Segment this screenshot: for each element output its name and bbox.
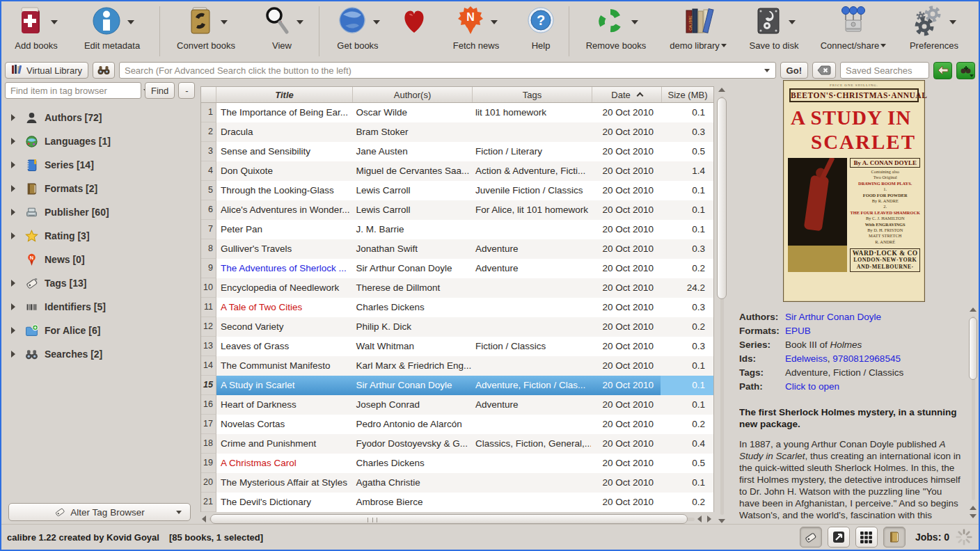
path-link[interactable]: Click to open (785, 380, 839, 394)
title-cell[interactable]: A Christmas Carol (216, 454, 352, 473)
row-number-cell[interactable]: 3 (201, 142, 216, 161)
table-row[interactable]: 12Second VarietyPhilip K. Dick20 Oct 201… (201, 317, 713, 337)
size-cell[interactable]: 0.1 (661, 473, 713, 493)
get-books-button[interactable]: Get books (323, 5, 393, 51)
tags-cell[interactable] (472, 298, 592, 317)
authors-cell[interactable]: Charles Dickens (352, 298, 472, 317)
toggle-grid-view-button[interactable] (855, 527, 878, 548)
tags-cell[interactable] (472, 454, 592, 473)
size-cell[interactable]: 0.3 (661, 298, 713, 317)
tags-cell[interactable] (472, 220, 592, 239)
authors-cell[interactable]: J. M. Barrie (352, 220, 472, 239)
date-cell[interactable]: 20 Oct 2010 (591, 473, 661, 493)
sidebar-item-tags[interactable]: Tags [13] (7, 271, 193, 295)
date-cell[interactable]: 20 Oct 2010 (591, 239, 661, 259)
save-to-disk-button[interactable]: Save to disk (737, 5, 811, 51)
tags-cell[interactable] (472, 278, 592, 298)
size-column-header[interactable]: Size (MB) (662, 87, 713, 102)
preferences-button[interactable]: Preferences (896, 5, 972, 51)
expand-chevron-icon[interactable] (11, 209, 15, 216)
expand-chevron-icon[interactable] (11, 232, 15, 239)
fetch-news-button[interactable]: N Fetch news (436, 5, 516, 51)
date-cell[interactable]: 20 Oct 2010 (591, 298, 661, 317)
tags-cell[interactable]: Classics, Fiction, General,... (472, 434, 592, 454)
add-books-button[interactable]: Add books (4, 5, 68, 51)
tags-cell[interactable] (472, 493, 592, 512)
row-number-cell[interactable]: 17 (201, 415, 216, 434)
authors-link[interactable]: Sir Arthur Conan Doyle (785, 310, 881, 324)
authors-cell[interactable]: Joseph Conrad (352, 395, 472, 415)
table-row[interactable]: 5Through the Looking-GlassLewis CarrollJ… (201, 181, 713, 200)
date-cell[interactable]: 20 Oct 2010 (591, 161, 661, 181)
save-to-disk-dropdown-arrow[interactable] (789, 20, 796, 24)
title-cell[interactable]: Heart of Darkness (216, 395, 352, 415)
title-cell[interactable]: The Adventures of Sherlock ... (216, 259, 352, 278)
format-link[interactable]: EPUB (785, 324, 811, 338)
title-cell[interactable]: Alice's Adventures in Wonder... (216, 200, 352, 220)
title-cell[interactable]: The Communist Manifesto (216, 356, 352, 376)
tags-cell[interactable]: Adventure (472, 239, 592, 259)
expand-chevron-icon[interactable] (11, 303, 15, 310)
authors-cell[interactable]: Agatha Christie (352, 473, 472, 493)
size-cell[interactable]: 0.1 (661, 220, 713, 239)
scroll-down-arrow[interactable] (718, 519, 725, 523)
date-cell[interactable]: 20 Oct 2010 (591, 493, 661, 512)
table-row[interactable]: 15A Study in ScarletSir Arthur Conan Doy… (201, 376, 713, 395)
size-cell[interactable]: 0.1 (661, 103, 713, 122)
row-number-cell[interactable]: 1 (201, 103, 216, 122)
date-cell[interactable]: 20 Oct 2010 (591, 395, 661, 415)
size-cell[interactable]: 0.2 (661, 317, 713, 337)
row-number-cell[interactable]: 18 (201, 434, 216, 454)
sidebar-item-authors[interactable]: Authors [72] (7, 106, 193, 129)
row-number-cell[interactable]: 9 (201, 259, 216, 278)
title-cell[interactable]: A Study in Scarlet (216, 376, 352, 395)
row-number-cell[interactable]: 6 (201, 200, 216, 220)
tags-cell[interactable]: Action & Adventure, Ficti... (472, 161, 592, 181)
size-cell[interactable]: 0.3 (661, 337, 713, 356)
size-cell[interactable]: 0.2 (661, 493, 713, 512)
date-cell[interactable]: 20 Oct 2010 (591, 200, 661, 220)
scroll-right-arrow[interactable] (707, 516, 711, 522)
scrollbar-thumb[interactable] (969, 317, 977, 380)
row-number-cell[interactable]: 4 (201, 161, 216, 181)
search-go-button[interactable]: Go! (780, 62, 808, 79)
sidebar-item-languages[interactable]: Languages [1] (7, 129, 193, 153)
size-cell[interactable]: 0.1 (661, 200, 713, 220)
date-cell[interactable]: 20 Oct 2010 (591, 142, 661, 161)
table-row[interactable]: 14The Communist ManifestoKarl Marx & Fri… (201, 356, 713, 376)
expand-chevron-icon[interactable] (11, 351, 15, 358)
tags-cell[interactable]: Juvenile Fiction / Classics (472, 181, 592, 200)
title-cell[interactable]: Through the Looking-Glass (216, 181, 352, 200)
date-cell[interactable]: 20 Oct 2010 (591, 356, 661, 376)
search-dropdown-arrow[interactable] (764, 69, 770, 72)
size-cell[interactable]: 24.2 (661, 278, 713, 298)
authors-cell[interactable]: Sir Arthur Conan Doyle (352, 376, 472, 395)
title-cell[interactable]: Crime and Punishment (216, 434, 352, 454)
clear-search-button[interactable] (812, 62, 836, 79)
title-cell[interactable]: Peter Pan (216, 220, 352, 239)
authors-cell[interactable]: Philip K. Dick (352, 317, 472, 337)
sidebar-item-for-alice[interactable]: For Alice [6] (7, 319, 193, 342)
date-cell[interactable]: 20 Oct 2010 (591, 454, 661, 473)
expand-chevron-icon[interactable] (11, 185, 15, 192)
sidebar-item-rating[interactable]: Rating [3] (7, 224, 193, 248)
size-cell[interactable]: 0.2 (661, 259, 713, 278)
alter-dropdown-arrow[interactable] (176, 511, 182, 514)
row-number-cell[interactable]: 19 (201, 454, 216, 473)
size-cell[interactable]: 1.4 (661, 161, 713, 181)
row-number-cell[interactable]: 15 (201, 376, 216, 395)
find-item-input[interactable] (6, 86, 138, 96)
scroll-up-arrow[interactable] (718, 88, 725, 92)
collapse-all-button[interactable]: - (178, 82, 195, 99)
table-row[interactable]: 13Leaves of GrassWalt WhitmanFiction / C… (201, 337, 713, 356)
convert-books-button[interactable]: Convert books (164, 5, 248, 51)
date-cell[interactable]: 20 Oct 2010 (591, 415, 661, 434)
scroll-left-arrow[interactable] (202, 516, 206, 522)
table-row[interactable]: 17Novelas CortasPedro Antonio de Alarcón… (201, 415, 713, 434)
preferences-dropdown-arrow[interactable] (949, 20, 956, 24)
jobs-label[interactable]: Jobs: 0 (915, 532, 949, 543)
scroll-down-arrow[interactable] (970, 514, 977, 518)
title-cell[interactable]: The Importance of Being Ear... (216, 103, 352, 122)
authors-cell[interactable]: Charles Dickens (352, 454, 472, 473)
tags-cell[interactable] (472, 415, 592, 434)
